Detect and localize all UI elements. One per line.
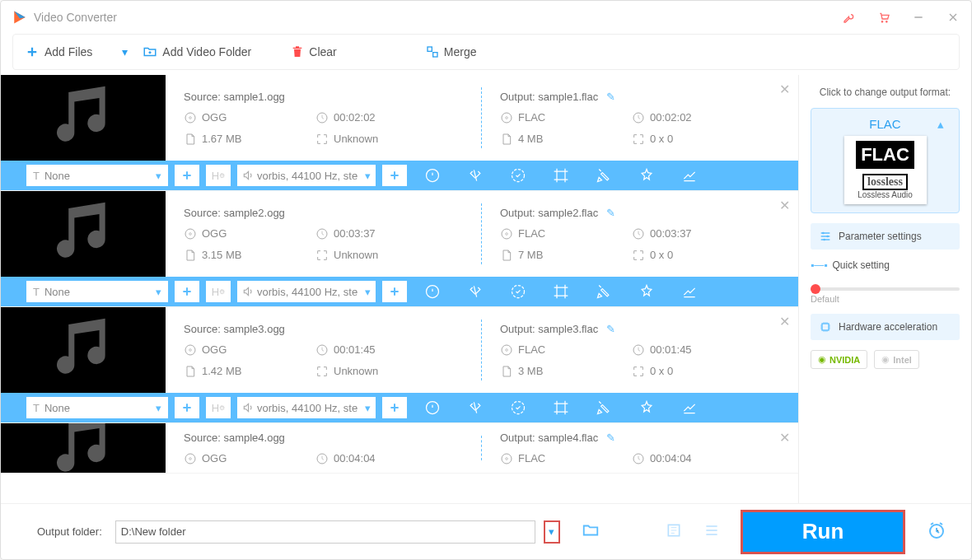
main-toolbar: Add Files ▾ Add Video Folder Clear Merge <box>12 34 960 70</box>
edit-output-icon[interactable]: ✎ <box>606 207 615 219</box>
source-size: 1.42 MB <box>184 365 307 378</box>
edit-output-icon[interactable]: ✎ <box>606 323 615 335</box>
tool-icon-0[interactable] <box>424 283 441 300</box>
output-panel: ✕ Output: sample4.flac✎ FLAC00:04:04 <box>482 423 798 473</box>
format-selector[interactable]: FLAC FLAC lossless Lossless Audio <box>811 108 960 213</box>
svg-point-10 <box>185 229 195 239</box>
add-folder-button[interactable]: Add Video Folder <box>143 44 251 59</box>
quick-setting-label: ▪—▪ Quick setting <box>811 259 960 271</box>
tool-icon-4[interactable] <box>596 399 612 416</box>
tool-icon-1[interactable] <box>467 399 484 416</box>
svg-rect-35 <box>822 324 829 330</box>
tool-icon-0[interactable] <box>424 167 441 184</box>
output-resolution: 0 x 0 <box>632 249 755 262</box>
tool-icon-3[interactable] <box>553 283 569 300</box>
tool-icon-4[interactable] <box>596 167 612 184</box>
nvidia-badge[interactable]: ◉NVIDIA <box>811 350 867 369</box>
svg-point-22 <box>506 348 508 351</box>
tool-icon-4[interactable] <box>596 283 612 300</box>
add-subtitle-button[interactable] <box>174 280 200 303</box>
svg-point-11 <box>189 232 192 235</box>
svg-point-19 <box>189 348 192 351</box>
add-files-dropdown-icon[interactable]: ▾ <box>122 45 128 58</box>
output-duration: 00:03:37 <box>632 227 755 240</box>
remove-item-icon[interactable]: ✕ <box>779 430 790 446</box>
tool-icon-2[interactable] <box>510 399 526 416</box>
hardware-accel-button[interactable]: Hardware acceleration <box>811 314 960 340</box>
output-size: 7 MB <box>500 249 624 262</box>
subtitle-select[interactable]: TNone▾ <box>26 396 169 419</box>
source-size: 3.15 MB <box>184 249 307 262</box>
svg-point-33 <box>826 236 829 238</box>
output-name: Output: sample2.flac✎ <box>500 207 780 219</box>
settings-icon[interactable] <box>703 522 720 541</box>
add-audio-button[interactable] <box>381 164 408 187</box>
tool-icon-2[interactable] <box>510 167 526 184</box>
add-files-label: Add Files <box>44 45 92 58</box>
output-folder-input[interactable]: D:\New folder <box>115 520 535 544</box>
output-duration: 00:04:04 <box>632 452 755 465</box>
subtitle-select[interactable]: TNone▾ <box>26 280 169 303</box>
add-audio-button[interactable] <box>381 280 408 303</box>
minimize-icon[interactable] <box>912 11 925 24</box>
tool-icon-0[interactable] <box>424 399 441 416</box>
remove-item-icon[interactable]: ✕ <box>779 198 790 213</box>
parameter-settings-button[interactable]: Parameter settings <box>811 223 960 250</box>
subtitle-settings-button[interactable]: H⚙ <box>205 280 231 303</box>
remove-item-icon[interactable]: ✕ <box>779 82 790 97</box>
subtitle-settings-button[interactable]: H⚙ <box>205 396 231 419</box>
svg-point-14 <box>506 232 508 235</box>
tool-icon-6[interactable] <box>681 399 698 416</box>
audio-select[interactable]: vorbis, 44100 Hz, ste▾ <box>236 280 376 303</box>
add-files-button[interactable]: Add Files ▾ <box>25 44 128 59</box>
output-folder-dropdown[interactable]: ▾ <box>544 520 560 544</box>
merge-icon <box>426 45 439 58</box>
tool-icon-5[interactable] <box>638 399 655 416</box>
close-icon[interactable] <box>946 11 960 24</box>
tool-icon-1[interactable] <box>467 167 484 184</box>
svg-point-2 <box>185 113 195 123</box>
merge-button[interactable]: Merge <box>426 45 477 58</box>
edit-output-icon[interactable]: ✎ <box>606 91 615 103</box>
svg-point-34 <box>823 239 825 241</box>
thumbnail <box>1 423 166 473</box>
tool-icon-2[interactable] <box>510 283 526 300</box>
source-resolution: Unknown <box>315 133 439 146</box>
output-format: FLAC <box>500 111 624 124</box>
source-format: OGG <box>184 227 307 240</box>
schedule-icon[interactable] <box>927 520 946 543</box>
add-subtitle-button[interactable] <box>174 396 200 419</box>
format-big-label: FLAC <box>856 141 914 169</box>
tool-icon-5[interactable] <box>638 167 655 184</box>
svg-point-27 <box>189 457 192 460</box>
tool-icon-3[interactable] <box>553 399 569 416</box>
svg-point-13 <box>502 229 512 239</box>
add-subtitle-button[interactable] <box>174 164 200 187</box>
chip-icon <box>819 320 832 334</box>
audio-select[interactable]: vorbis, 44100 Hz, ste▾ <box>236 164 376 187</box>
intel-badge[interactable]: ◉Intel <box>874 350 919 369</box>
export-list-icon[interactable] <box>666 522 682 541</box>
edit-output-icon[interactable]: ✎ <box>606 432 615 444</box>
output-size: 3 MB <box>500 365 624 378</box>
file-item: Source: sample4.ogg OGG00:04:04 ✕ Output… <box>1 423 798 474</box>
tool-icon-6[interactable] <box>681 283 698 300</box>
clear-button[interactable]: Clear <box>291 45 336 58</box>
remove-item-icon[interactable]: ✕ <box>779 314 790 329</box>
tool-icon-5[interactable] <box>638 283 655 300</box>
key-icon[interactable] <box>843 11 856 24</box>
subtitle-settings-button[interactable]: H⚙ <box>205 164 231 187</box>
tool-icon-3[interactable] <box>553 167 569 184</box>
file-item: Source: sample2.ogg OGG00:03:37 3.15 MBU… <box>1 191 798 307</box>
run-button[interactable]: Run <box>741 510 905 554</box>
output-format: FLAC <box>500 452 624 465</box>
output-duration: 00:01:45 <box>632 343 755 357</box>
quality-slider[interactable] <box>811 287 960 291</box>
tool-icon-6[interactable] <box>681 167 698 184</box>
add-audio-button[interactable] <box>381 396 408 419</box>
cart-icon[interactable] <box>877 11 890 24</box>
subtitle-select[interactable]: TNone▾ <box>26 164 169 187</box>
audio-select[interactable]: vorbis, 44100 Hz, ste▾ <box>236 396 376 419</box>
tool-icon-1[interactable] <box>467 283 484 300</box>
open-folder-icon[interactable] <box>582 521 600 542</box>
